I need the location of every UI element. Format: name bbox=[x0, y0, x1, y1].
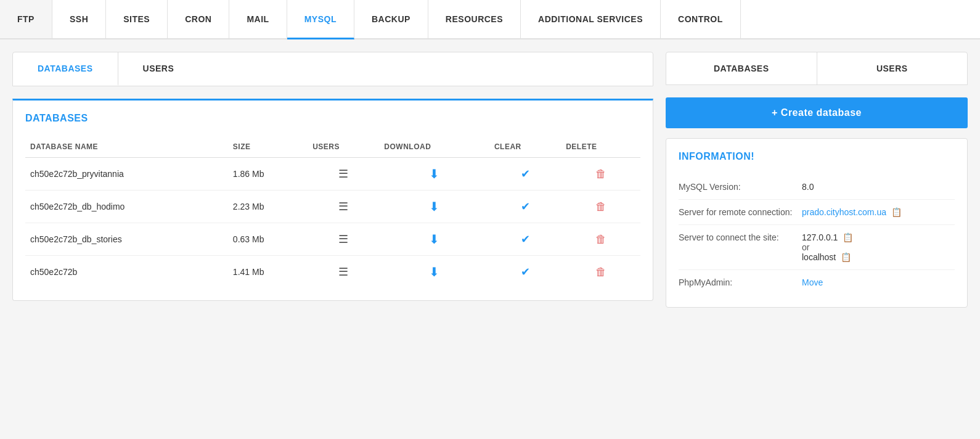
db-name: ch50e2c72b_db_stories bbox=[25, 223, 228, 256]
nav-item-ssh[interactable]: SSH bbox=[52, 0, 106, 38]
db-delete-icon[interactable]: 🗑 bbox=[561, 223, 640, 256]
db-users-icon[interactable]: ☰ bbox=[308, 158, 379, 191]
nav-item-resources[interactable]: RESOURCES bbox=[428, 0, 521, 38]
table-row: ch50e2c72b_db_hodimo 2.23 Mb ☰ ⬇ ✔ 🗑 bbox=[25, 191, 640, 223]
info-label-mysql-version: MySQL Version: bbox=[679, 182, 802, 192]
nav-item-sites[interactable]: SITES bbox=[106, 0, 168, 38]
db-download-icon[interactable]: ⬇ bbox=[379, 191, 489, 223]
or-text: or bbox=[802, 242, 809, 252]
info-label-phpmyadmin: PhpMyAdmin: bbox=[679, 277, 802, 287]
col-header-download: DOWNLOAD bbox=[379, 136, 489, 158]
info-row-mysql-version: MySQL Version: 8.0 bbox=[679, 174, 955, 200]
db-download-icon[interactable]: ⬇ bbox=[379, 158, 489, 191]
col-header-delete: DELETE bbox=[561, 136, 640, 158]
nav-item-additional-services[interactable]: ADDITIONAL SERVICES bbox=[521, 0, 661, 38]
db-size: 0.63 Mb bbox=[228, 223, 308, 256]
table-row: ch50e2c72b_db_stories 0.63 Mb ☰ ⬇ ✔ 🗑 bbox=[25, 223, 640, 256]
connect-site-ip: 127.0.0.1 bbox=[802, 232, 838, 242]
table-row: ch50e2c72b 1.41 Mb ☰ ⬇ ✔ 🗑 bbox=[25, 256, 640, 289]
col-header-size: SIZE bbox=[228, 136, 308, 158]
db-clear-icon[interactable]: ✔ bbox=[489, 158, 561, 191]
col-header-users: USERS bbox=[308, 136, 379, 158]
databases-card-title: DATABASES bbox=[25, 113, 640, 124]
info-value-connect-site: 127.0.0.1 📋 or localhost 📋 bbox=[802, 232, 853, 262]
nav-item-ftp[interactable]: FTP bbox=[0, 0, 52, 38]
table-row: ch50e2c72b_pryvitannia 1.86 Mb ☰ ⬇ ✔ 🗑 bbox=[25, 158, 640, 191]
db-size: 2.23 Mb bbox=[228, 191, 308, 223]
info-label-connect-site: Server to connect the site: bbox=[679, 232, 802, 242]
right-tabs: DATABASES USERS bbox=[666, 52, 968, 85]
db-name: ch50e2c72b_pryvitannia bbox=[25, 158, 228, 191]
db-clear-icon[interactable]: ✔ bbox=[489, 256, 561, 289]
db-clear-icon[interactable]: ✔ bbox=[489, 191, 561, 223]
right-tab-users[interactable]: USERS bbox=[817, 52, 968, 84]
nav-item-cron[interactable]: CRON bbox=[168, 0, 229, 38]
remote-server-text: prado.cityhost.com.ua bbox=[802, 207, 886, 217]
connect-site-localhost: localhost bbox=[802, 252, 836, 262]
db-delete-icon[interactable]: 🗑 bbox=[561, 191, 640, 223]
db-clear-icon[interactable]: ✔ bbox=[489, 223, 561, 256]
db-name: ch50e2c72b_db_hodimo bbox=[25, 191, 228, 223]
top-nav: FTP SSH SITES CRON MAIL MYSQL BACKUP RES… bbox=[0, 0, 980, 39]
info-card: INFORMATION! MySQL Version: 8.0 Server f… bbox=[666, 138, 968, 308]
db-users-icon[interactable]: ☰ bbox=[308, 223, 379, 256]
db-name: ch50e2c72b bbox=[25, 256, 228, 289]
info-card-title: INFORMATION! bbox=[679, 151, 955, 162]
copy-ip-icon[interactable]: 📋 bbox=[843, 232, 853, 242]
right-tab-databases[interactable]: DATABASES bbox=[666, 52, 817, 84]
nav-item-mysql[interactable]: MYSQL bbox=[287, 0, 354, 39]
right-panel: DATABASES USERS + Create database INFORM… bbox=[666, 52, 968, 308]
db-delete-icon[interactable]: 🗑 bbox=[561, 158, 640, 191]
info-row-remote-server: Server for remote connection: prado.city… bbox=[679, 200, 955, 225]
db-users-icon[interactable]: ☰ bbox=[308, 256, 379, 289]
info-label-remote-server: Server for remote connection: bbox=[679, 207, 802, 217]
copy-remote-server-icon[interactable]: 📋 bbox=[891, 207, 902, 217]
db-delete-icon[interactable]: 🗑 bbox=[561, 256, 640, 289]
db-size: 1.86 Mb bbox=[228, 158, 308, 191]
info-value-phpmyadmin: Move bbox=[802, 277, 823, 287]
col-header-name: DATABASE NAME bbox=[25, 136, 228, 158]
copy-localhost-icon[interactable]: 📋 bbox=[841, 252, 851, 262]
nav-item-control[interactable]: CONTROL bbox=[661, 0, 741, 38]
db-size: 1.41 Mb bbox=[228, 256, 308, 289]
info-row-phpmyadmin: PhpMyAdmin: Move bbox=[679, 270, 955, 295]
tabs-row: DATABASES USERS bbox=[12, 52, 653, 86]
nav-item-backup[interactable]: BACKUP bbox=[354, 0, 428, 38]
main-content: DATABASES USERS DATABASES DATABASE NAME … bbox=[0, 39, 980, 320]
databases-card: DATABASES DATABASE NAME SIZE USERS DOWNL… bbox=[12, 99, 653, 301]
tab-databases[interactable]: DATABASES bbox=[13, 52, 118, 86]
db-download-icon[interactable]: ⬇ bbox=[379, 223, 489, 256]
info-row-connect-site: Server to connect the site: 127.0.0.1 📋 … bbox=[679, 225, 955, 270]
col-header-clear: CLEAR bbox=[489, 136, 561, 158]
db-download-icon[interactable]: ⬇ bbox=[379, 256, 489, 289]
info-value-remote-server: prado.cityhost.com.ua 📋 bbox=[802, 207, 902, 217]
db-users-icon[interactable]: ☰ bbox=[308, 191, 379, 223]
left-panel: DATABASES USERS DATABASES DATABASE NAME … bbox=[12, 52, 653, 308]
databases-table: DATABASE NAME SIZE USERS DOWNLOAD CLEAR … bbox=[25, 136, 640, 288]
info-value-mysql-version: 8.0 bbox=[802, 182, 814, 192]
create-database-button[interactable]: + Create database bbox=[666, 97, 968, 128]
nav-item-mail[interactable]: MAIL bbox=[229, 0, 287, 38]
phpmyadmin-move-link[interactable]: Move bbox=[802, 277, 823, 287]
tab-users[interactable]: USERS bbox=[118, 52, 199, 86]
